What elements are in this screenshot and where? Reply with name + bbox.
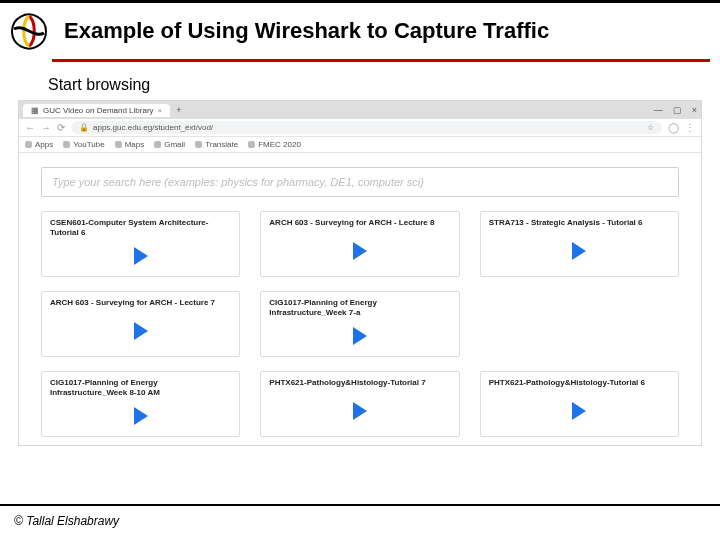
video-title: STRA713 - Strategic Analysis - Tutorial … [489, 218, 670, 228]
play-icon[interactable] [134, 322, 148, 340]
nav-reload-icon[interactable]: ⟳ [57, 122, 65, 133]
play-icon[interactable] [353, 242, 367, 260]
video-card[interactable]: STRA713 - Strategic Analysis - Tutorial … [480, 211, 679, 277]
bookmark-icon [248, 141, 255, 148]
new-tab-button[interactable]: + [176, 105, 181, 115]
bookmark-star-icon[interactable]: ☆ [647, 123, 654, 132]
bookmark-maps[interactable]: Maps [115, 140, 145, 149]
url-text: apps.guc.edu.eg/student_ext/vod/ [93, 123, 213, 132]
video-title: CIG1017-Planning of Energy Infrastructur… [50, 378, 231, 397]
address-bar[interactable]: 🔒 apps.guc.edu.eg/student_ext/vod/ ☆ [71, 121, 662, 134]
video-card[interactable]: ARCH 603 - Surveying for ARCH - Lecture … [41, 291, 240, 357]
video-card[interactable]: PHTX621-Pathology&Histology-Tutorial 6 [480, 371, 679, 437]
video-title: PHTX621-Pathology&Histology-Tutorial 6 [489, 378, 670, 388]
video-title: PHTX621-Pathology&Histology-Tutorial 7 [269, 378, 450, 388]
video-title: CIG1017-Planning of Energy Infrastructur… [269, 298, 450, 317]
slide-subheading: Start browsing [48, 76, 720, 94]
bookmark-icon [154, 141, 161, 148]
play-area [269, 325, 450, 346]
play-icon[interactable] [572, 402, 586, 420]
bookmark-label: YouTube [73, 140, 104, 149]
profile-avatar-icon[interactable]: ◯ [668, 122, 679, 133]
play-area [50, 245, 231, 266]
slide-header: Example of Using Wireshark to Capture Tr… [0, 0, 720, 55]
window-close-icon[interactable]: × [692, 105, 697, 115]
window-minimize-icon[interactable]: — [654, 105, 663, 115]
bookmark-youtube[interactable]: YouTube [63, 140, 104, 149]
video-card[interactable]: CIG1017-Planning of Energy Infrastructur… [260, 291, 459, 357]
video-title: CSEN601-Computer System Architecture-Tut… [50, 218, 231, 237]
bookmark-gmail[interactable]: Gmail [154, 140, 185, 149]
video-title: ARCH 603 - Surveying for ARCH - Lecture … [269, 218, 450, 228]
tab-title: GUC Video on Demand Library [43, 106, 154, 115]
guc-logo [6, 11, 52, 51]
video-card[interactable]: CSEN601-Computer System Architecture-Tut… [41, 211, 240, 277]
play-icon[interactable] [353, 327, 367, 345]
play-icon[interactable] [353, 402, 367, 420]
video-card[interactable]: CIG1017-Planning of Energy Infrastructur… [41, 371, 240, 437]
apps-label: Apps [35, 140, 53, 149]
tab-close-icon[interactable]: × [158, 106, 163, 115]
video-title: ARCH 603 - Surveying for ARCH - Lecture … [50, 298, 231, 308]
browser-window: ▦ GUC Video on Demand Library × + — ▢ × … [18, 100, 702, 446]
apps-shortcut[interactable]: Apps [25, 140, 53, 149]
video-grid: CSEN601-Computer System Architecture-Tut… [41, 211, 679, 437]
footer-rule [0, 504, 720, 506]
nav-back-icon[interactable]: ← [25, 122, 35, 133]
slide-title: Example of Using Wireshark to Capture Tr… [60, 18, 710, 44]
play-icon[interactable] [134, 407, 148, 425]
bookmark-label: FMEC 2020 [258, 140, 301, 149]
bookmark-label: Gmail [164, 140, 185, 149]
bookmark-translate[interactable]: Translate [195, 140, 238, 149]
video-card[interactable]: PHTX621-Pathology&Histology-Tutorial 7 [260, 371, 459, 437]
apps-icon [25, 141, 32, 148]
window-controls: — ▢ × [654, 105, 697, 115]
search-input[interactable]: Type your search here (examples: physics… [41, 167, 679, 197]
play-area [269, 236, 450, 266]
play-icon[interactable] [572, 242, 586, 260]
slide-footer: © Tallal Elshabrawy [14, 514, 119, 528]
play-area [489, 396, 670, 426]
video-card[interactable]: ARCH 603 - Surveying for ARCH - Lecture … [260, 211, 459, 277]
nav-forward-icon[interactable]: → [41, 122, 51, 133]
page-content: Type your search here (examples: physics… [19, 153, 701, 445]
bookmark-icon [63, 141, 70, 148]
browser-tab[interactable]: ▦ GUC Video on Demand Library × [23, 104, 170, 117]
title-underline [52, 59, 710, 62]
browser-menu-icon[interactable]: ⋮ [685, 122, 695, 133]
bookmark-label: Maps [125, 140, 145, 149]
address-bar-row: ← → ⟳ 🔒 apps.guc.edu.eg/student_ext/vod/… [19, 119, 701, 137]
window-maximize-icon[interactable]: ▢ [673, 105, 682, 115]
bookmark-icon [195, 141, 202, 148]
bookmark-icon [115, 141, 122, 148]
lock-icon: 🔒 [79, 123, 89, 132]
play-icon[interactable] [134, 247, 148, 265]
browser-tabbar: ▦ GUC Video on Demand Library × + — ▢ × [19, 101, 701, 119]
bookmark-label: Translate [205, 140, 238, 149]
play-area [489, 236, 670, 266]
bookmarks-bar: Apps YouTube Maps Gmail Translate FMEC 2… [19, 137, 701, 153]
play-area [50, 405, 231, 426]
bookmark-fmec[interactable]: FMEC 2020 [248, 140, 301, 149]
tab-favicon: ▦ [31, 106, 39, 115]
play-area [269, 396, 450, 426]
play-area [50, 316, 231, 346]
